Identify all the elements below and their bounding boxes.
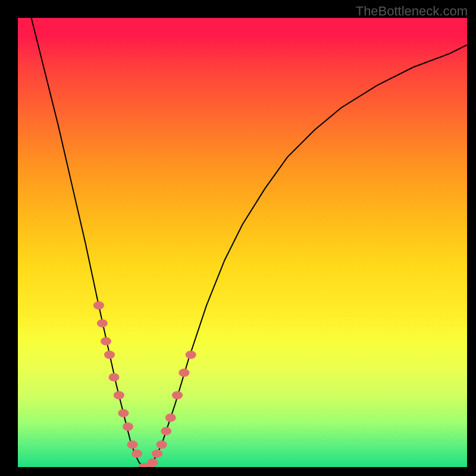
curve-marker [93, 301, 104, 309]
curve-marker [165, 414, 176, 422]
curve-marker [97, 319, 108, 327]
curve-marker [161, 427, 171, 436]
curve-marker [118, 409, 129, 417]
watermark-text: TheBottleneck.com [356, 4, 468, 19]
curve-marker [156, 440, 167, 449]
curve-marker [172, 391, 183, 399]
curve-marker [131, 449, 142, 458]
curve-marker [127, 440, 138, 449]
curve-marker [109, 373, 120, 381]
curve-marker [148, 459, 158, 467]
curve-marker [104, 350, 115, 359]
curve-marker [152, 449, 162, 458]
curve-marker [178, 369, 189, 377]
plot-area [18, 18, 467, 467]
curve-marker [114, 391, 124, 399]
curve-marker [123, 422, 133, 431]
chart-svg [18, 18, 467, 467]
bottleneck-curve [18, 18, 467, 467]
curve-marker [186, 350, 196, 359]
curve-marker [101, 337, 111, 346]
